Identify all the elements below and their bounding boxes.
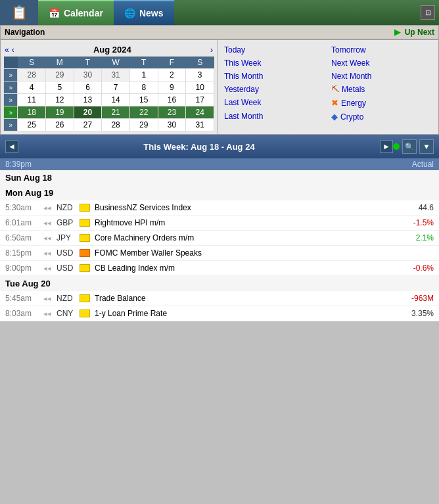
- cal-day-3-6[interactable]: 24: [186, 106, 214, 119]
- link-next-week[interactable]: Next Week: [331, 57, 432, 69]
- day-header-7: Tue Aug 20: [0, 276, 439, 291]
- cal-header-sat: S: [186, 57, 214, 69]
- link-yesterday[interactable]: Yesterday: [224, 83, 325, 95]
- cal-day-0-6[interactable]: 3: [186, 69, 214, 81]
- event-row-5[interactable]: 8:15pm ◂◂ USD FOMC Member Waller Speaks: [0, 246, 439, 261]
- cal-day-4-0[interactable]: 25: [18, 119, 46, 131]
- cal-day-0-0[interactable]: 28: [18, 69, 46, 81]
- event-row-2[interactable]: 5:30am ◂◂ NZD BusinessNZ Services Index …: [0, 200, 439, 216]
- cal-day-2-5[interactable]: 16: [158, 94, 186, 106]
- link-today[interactable]: Today: [224, 44, 325, 56]
- cal-day-1-5[interactable]: 9: [158, 81, 186, 94]
- cal-prev-arrows: « ‹: [5, 45, 14, 55]
- cal-day-1-2[interactable]: 6: [74, 81, 102, 94]
- filter-btn[interactable]: ▼: [419, 139, 434, 154]
- event-actual-6: -0.6%: [394, 263, 434, 273]
- cal-day-0-1[interactable]: 29: [45, 69, 74, 81]
- cal-day-2-6[interactable]: 17: [186, 94, 214, 106]
- cal-day-4-2[interactable]: 27: [74, 119, 102, 131]
- cal-day-1-6[interactable]: 10: [186, 81, 214, 94]
- cal-day-1-0[interactable]: 4: [18, 81, 46, 94]
- event-currency-5: USD: [57, 248, 75, 258]
- events-list: Sun Aug 18Mon Aug 19 5:30am ◂◂ NZD Busin…: [0, 170, 439, 321]
- search-btn[interactable]: 🔍: [402, 139, 417, 154]
- event-flag-3: [79, 218, 91, 227]
- cal-day-3-4[interactable]: 22: [129, 106, 158, 119]
- cal-day-4-3[interactable]: 28: [102, 119, 130, 131]
- week-next-btn[interactable]: ►: [380, 140, 393, 153]
- event-row-9[interactable]: 8:03am ◂◂ CNY 1-y Loan Prime Rate 3.35%: [0, 306, 439, 321]
- event-name-9: 1-y Loan Prime Rate: [95, 309, 390, 318]
- cal-week-arrow-1[interactable]: »: [4, 81, 18, 94]
- cal-day-1-4[interactable]: 8: [129, 81, 158, 94]
- event-currency-4: JPY: [57, 233, 75, 242]
- event-time-6: 9:00pm: [5, 263, 39, 273]
- link-this-month[interactable]: This Month: [224, 70, 325, 82]
- event-time-8: 5:45am: [5, 294, 39, 303]
- cal-day-2-3[interactable]: 14: [102, 94, 130, 106]
- cal-prev-btn[interactable]: ‹: [12, 45, 14, 55]
- event-row-4[interactable]: 6:50am ◂◂ JPY Core Machinery Orders m/m …: [0, 231, 439, 246]
- window-icon-btn[interactable]: ⊡: [421, 5, 435, 20]
- event-currency-9: CNY: [57, 309, 75, 318]
- event-time-5: 8:15pm: [5, 248, 39, 258]
- cal-day-4-6[interactable]: 31: [186, 119, 214, 131]
- cal-day-4-5[interactable]: 30: [158, 119, 186, 131]
- cal-day-1-3[interactable]: 7: [102, 81, 130, 94]
- cal-day-2-2[interactable]: 13: [74, 94, 102, 106]
- event-time-2: 5:30am: [5, 203, 39, 212]
- cal-day-0-3[interactable]: 31: [102, 69, 130, 81]
- event-flag-9: [79, 309, 91, 318]
- cal-day-3-1[interactable]: 19: [45, 106, 74, 119]
- cal-next-btn[interactable]: ›: [210, 45, 213, 55]
- cal-day-4-4[interactable]: 29: [129, 119, 158, 131]
- link-last-week[interactable]: Last Week: [224, 97, 325, 109]
- cal-day-0-4[interactable]: 1: [129, 69, 158, 81]
- cal-day-2-1[interactable]: 12: [45, 94, 74, 106]
- cal-week-arrow-3[interactable]: »: [4, 106, 18, 119]
- link-last-month[interactable]: Last Month: [224, 110, 325, 123]
- link-energy[interactable]: ✖ Energy: [331, 97, 432, 109]
- cal-week-arrow-4[interactable]: »: [4, 119, 18, 131]
- link-tomorrow[interactable]: Tomorrow: [331, 44, 432, 56]
- calendar-navigation: « ‹ Aug 2024 ›: [3, 43, 214, 57]
- event-speaker-5: ◂◂: [43, 249, 53, 258]
- cal-day-4-1[interactable]: 26: [45, 119, 74, 131]
- cal-week-arrow-0[interactable]: »: [4, 69, 18, 81]
- cal-day-0-2[interactable]: 30: [74, 69, 102, 81]
- navigation-bar: Navigation ▶ Up Next: [0, 25, 439, 39]
- calendar-tab-label: Calendar: [64, 8, 103, 18]
- tab-calendar[interactable]: 📅 Calendar: [38, 0, 114, 25]
- event-speaker-8: ◂◂: [43, 294, 53, 303]
- week-prev-btn[interactable]: ◄: [5, 140, 18, 153]
- up-next-link[interactable]: ▶ Up Next: [394, 28, 434, 37]
- quick-links-section: Today Tomorrow This Week Next Week This …: [218, 40, 438, 134]
- cal-week-arrow-2[interactable]: »: [4, 94, 18, 106]
- cal-day-3-5[interactable]: 23: [158, 106, 186, 119]
- event-flag-4: [79, 233, 91, 242]
- link-next-month[interactable]: Next Month: [331, 70, 432, 82]
- cal-day-0-5[interactable]: 2: [158, 69, 186, 81]
- cal-day-3-0[interactable]: 18: [18, 106, 46, 119]
- event-row-3[interactable]: 6:01am ◂◂ GBP Rightmove HPI m/m -1.5%: [0, 216, 439, 231]
- link-metals[interactable]: ⛏ Metals: [331, 83, 432, 95]
- link-crypto[interactable]: ◆ Crypto: [331, 110, 432, 123]
- event-row-6[interactable]: 9:00pm ◂◂ USD CB Leading Index m/m -0.6%: [0, 261, 439, 276]
- link-this-week[interactable]: This Week: [224, 57, 325, 69]
- crypto-icon: ◆: [331, 112, 338, 122]
- cal-prev-prev-btn[interactable]: «: [5, 45, 9, 55]
- event-actual-4: 2.1%: [394, 233, 434, 242]
- event-actual-3: -1.5%: [394, 218, 434, 227]
- event-row-8[interactable]: 5:45am ◂◂ NZD Trade Balance -963M: [0, 291, 439, 306]
- cal-day-1-1[interactable]: 5: [45, 81, 74, 94]
- cal-day-3-2[interactable]: 20: [74, 106, 102, 119]
- cal-day-2-0[interactable]: 11: [18, 94, 46, 106]
- calendar-section: « ‹ Aug 2024 › S M T W T F S »2829303: [1, 40, 218, 134]
- cal-day-3-3[interactable]: 21: [102, 106, 130, 119]
- cal-header-thu: T: [129, 57, 158, 69]
- logo-icon: 📋: [11, 5, 28, 20]
- cal-day-2-4[interactable]: 15: [129, 94, 158, 106]
- day-header-1: Mon Aug 19: [0, 185, 439, 200]
- tab-news[interactable]: 🌐 News: [114, 0, 174, 25]
- event-flag-2: [79, 203, 91, 212]
